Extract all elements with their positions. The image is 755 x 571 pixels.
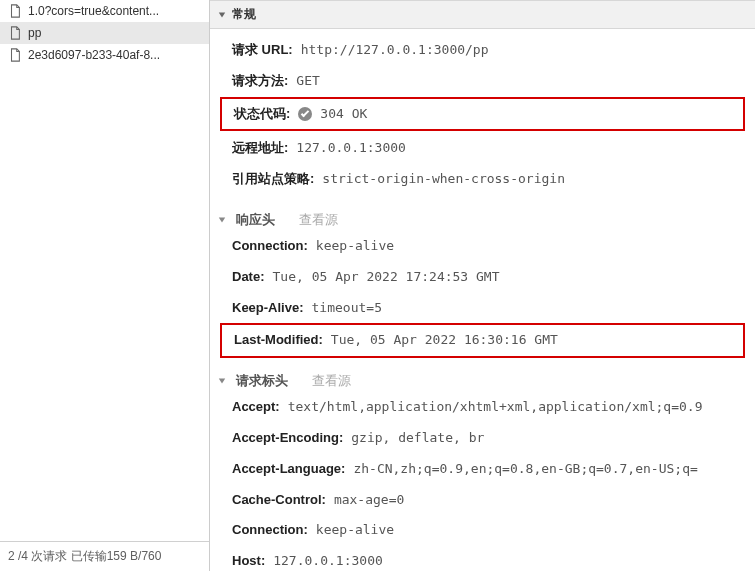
general-body: 请求 URL: http://127.0.0.1:3000/pp 请求方法: G… <box>210 29 755 201</box>
connection-req-label: Connection: <box>232 520 308 541</box>
accept-row: Accept: text/html,application/xhtml+xml,… <box>210 392 755 423</box>
accept-language-value: zh-CN,zh;q=0.9,en;q=0.8,en-GB;q=0.7,en-U… <box>353 459 697 480</box>
remote-address-row: 远程地址: 127.0.0.1:3000 <box>210 133 755 164</box>
status-bar: 2 /4 次请求 已传输159 B/760 <box>0 541 209 571</box>
referrer-policy-row: 引用站点策略: strict-origin-when-cross-origin <box>210 164 755 195</box>
sidebar-item-label: 1.0?cors=true&content... <box>28 4 159 18</box>
file-icon <box>8 26 22 40</box>
file-icon <box>8 4 22 18</box>
keepalive-row: Keep-Alive: timeout=5 <box>210 293 755 324</box>
accept-language-row: Accept-Language: zh-CN,zh;q=0.9,en;q=0.8… <box>210 454 755 485</box>
date-label: Date: <box>232 267 265 288</box>
remote-address-value: 127.0.0.1:3000 <box>296 138 406 159</box>
response-headers-header[interactable]: 响应头 查看源 <box>210 209 755 231</box>
status-code-value: 304 OK <box>320 104 367 125</box>
connection-req-row: Connection: keep-alive <box>210 515 755 546</box>
view-source-link[interactable]: 查看源 <box>312 372 351 390</box>
request-url-value: http://127.0.0.1:3000/pp <box>301 40 489 61</box>
accept-encoding-value: gzip, deflate, br <box>351 428 484 449</box>
status-ok-icon <box>298 107 312 121</box>
keepalive-value: timeout=5 <box>312 298 382 319</box>
request-url-row: 请求 URL: http://127.0.0.1:3000/pp <box>210 35 755 66</box>
request-url-label: 请求 URL: <box>232 40 293 61</box>
disclosure-triangle-icon <box>218 11 226 19</box>
sidebar-item-label: 2e3d6097-b233-40af-8... <box>28 48 160 62</box>
remote-address-label: 远程地址: <box>232 138 288 159</box>
host-label: Host: <box>232 551 265 571</box>
referrer-policy-value: strict-origin-when-cross-origin <box>322 169 565 190</box>
request-method-label: 请求方法: <box>232 71 288 92</box>
accept-encoding-row: Accept-Encoding: gzip, deflate, br <box>210 423 755 454</box>
request-headers-section: 请求标头 查看源 Accept: text/html,application/x… <box>210 362 755 571</box>
connection-label: Connection: <box>232 236 308 257</box>
connection-req-value: keep-alive <box>316 520 394 541</box>
last-modified-label: Last-Modified: <box>234 330 323 351</box>
request-method-row: 请求方法: GET <box>210 66 755 97</box>
status-code-label: 状态代码: <box>234 104 290 125</box>
response-headers-section: 响应头 查看源 Connection: keep-alive Date: Tue… <box>210 201 755 362</box>
accept-label: Accept: <box>232 397 280 418</box>
accept-language-label: Accept-Language: <box>232 459 345 480</box>
accept-encoding-label: Accept-Encoding: <box>232 428 343 449</box>
sidebar: 1.0?cors=true&content... pp 2e3d6097-b23… <box>0 0 210 571</box>
request-headers-header[interactable]: 请求标头 查看源 <box>210 370 755 392</box>
date-value: Tue, 05 Apr 2022 17:24:53 GMT <box>273 267 500 288</box>
request-list: 1.0?cors=true&content... pp 2e3d6097-b23… <box>0 0 209 541</box>
sidebar-item-request[interactable]: 2e3d6097-b233-40af-8... <box>0 44 209 66</box>
view-source-link[interactable]: 查看源 <box>299 211 338 229</box>
general-section-header[interactable]: 常规 <box>210 0 755 29</box>
cache-control-row: Cache-Control: max-age=0 <box>210 485 755 516</box>
accept-value: text/html,application/xhtml+xml,applicat… <box>288 397 703 418</box>
connection-value: keep-alive <box>316 236 394 257</box>
cache-control-label: Cache-Control: <box>232 490 326 511</box>
response-headers-title: 响应头 <box>236 211 275 229</box>
last-modified-row: Last-Modified: Tue, 05 Apr 2022 16:30:16… <box>220 323 745 358</box>
request-method-value: GET <box>296 71 319 92</box>
sidebar-item-label: pp <box>28 26 41 40</box>
details-panel: 常规 请求 URL: http://127.0.0.1:3000/pp 请求方法… <box>210 0 755 571</box>
disclosure-triangle-icon <box>218 216 226 224</box>
request-headers-title: 请求标头 <box>236 372 288 390</box>
host-value: 127.0.0.1:3000 <box>273 551 383 571</box>
status-code-row: 状态代码: 304 OK <box>220 97 745 132</box>
sidebar-item-request[interactable]: pp <box>0 22 209 44</box>
disclosure-triangle-icon <box>218 377 226 385</box>
host-row: Host: 127.0.0.1:3000 <box>210 546 755 571</box>
connection-row: Connection: keep-alive <box>210 231 755 262</box>
cache-control-value: max-age=0 <box>334 490 404 511</box>
referrer-policy-label: 引用站点策略: <box>232 169 314 190</box>
sidebar-item-request[interactable]: 1.0?cors=true&content... <box>0 0 209 22</box>
last-modified-value: Tue, 05 Apr 2022 16:30:16 GMT <box>331 330 558 351</box>
keepalive-label: Keep-Alive: <box>232 298 304 319</box>
status-text: 2 /4 次请求 已传输159 B/760 <box>8 549 161 563</box>
date-row: Date: Tue, 05 Apr 2022 17:24:53 GMT <box>210 262 755 293</box>
file-icon <box>8 48 22 62</box>
general-title: 常规 <box>232 6 256 23</box>
